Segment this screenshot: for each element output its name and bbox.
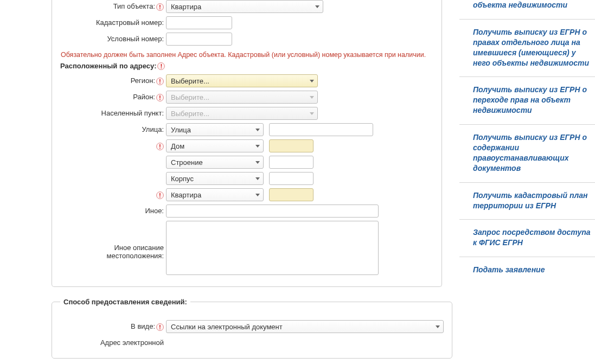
house-required: [60, 139, 166, 150]
district-label: Район:: [60, 91, 166, 101]
required-icon: [156, 94, 164, 101]
sidebar: объекта недвижимости Получить выписку из…: [459, 0, 595, 364]
house-type-select[interactable]: Дом: [166, 139, 264, 152]
required-icon: [156, 191, 164, 199]
korpus-number-input[interactable]: [269, 172, 314, 185]
sidebar-link-1[interactable]: Получить выписку из ЕГРН о правах отдель…: [459, 19, 595, 77]
flat-type-select[interactable]: Квартира: [166, 188, 264, 201]
required-icon: [156, 3, 164, 11]
cad-number-input[interactable]: [166, 16, 232, 29]
flat-number-input[interactable]: [269, 188, 314, 201]
format-label: В виде:: [60, 320, 166, 331]
sidebar-link-3[interactable]: Получить выписку из ЕГРН о содержании пр…: [459, 124, 595, 182]
street-type-select[interactable]: Улица: [166, 123, 264, 136]
chevron-down-icon: [255, 129, 260, 131]
other-desc-textarea[interactable]: [166, 221, 379, 275]
flat-required: [60, 188, 166, 199]
object-type-label: Тип объекта:: [60, 0, 166, 11]
building-type-select[interactable]: Строение: [166, 156, 264, 169]
region-label: Регион:: [60, 74, 166, 85]
delivery-legend: Способ предоставления сведений:: [60, 298, 190, 306]
address-section-label: Расположенный по адресу:: [60, 62, 433, 70]
sidebar-link-6[interactable]: Подать заявление: [459, 257, 595, 284]
delivery-fieldset: Способ предоставления сведений: В виде: …: [52, 298, 452, 359]
required-icon: [156, 78, 164, 85]
other-input[interactable]: [166, 205, 379, 218]
required-icon: [156, 323, 164, 331]
sidebar-link-5[interactable]: Запрос посредством доступа к ФГИС ЕГРН: [459, 219, 595, 257]
required-icon: [157, 62, 165, 70]
email-label: Адрес электронной: [60, 336, 166, 347]
main-form: Тип объекта: Квартира Кадастровый номер:…: [0, 0, 456, 364]
cond-number-input[interactable]: [166, 33, 232, 46]
other-desc-label: Иное описание местоположения:: [60, 221, 166, 260]
chevron-down-icon: [255, 177, 260, 180]
chevron-down-icon: [436, 325, 440, 328]
chevron-down-icon: [310, 80, 314, 82]
required-icon: [156, 143, 164, 150]
object-fieldset: Тип объекта: Квартира Кадастровый номер:…: [52, 0, 442, 287]
cad-number-label: Кадастровый номер:: [60, 16, 166, 27]
chevron-down-icon: [255, 145, 260, 148]
address-warning: Обязательно должен быть заполнен Адрес о…: [61, 51, 433, 59]
street-name-input[interactable]: [269, 123, 373, 136]
sidebar-link-2[interactable]: Получить выписку из ЕГРН о переходе прав…: [459, 76, 595, 124]
house-number-input[interactable]: [269, 139, 314, 152]
chevron-down-icon: [255, 194, 260, 196]
sidebar-link-0[interactable]: объекта недвижимости: [459, 0, 595, 19]
chevron-down-icon: [255, 161, 260, 164]
other-label: Иное:: [60, 205, 166, 215]
korpus-type-select[interactable]: Корпус: [166, 172, 264, 185]
district-select[interactable]: Выберите...: [166, 91, 318, 104]
building-number-input[interactable]: [269, 156, 314, 169]
locality-label: Населенный пункт:: [60, 107, 166, 117]
street-label: Улица:: [60, 123, 166, 133]
sidebar-link-4[interactable]: Получить кадастровый план территории из …: [459, 182, 595, 220]
chevron-down-icon: [315, 5, 319, 8]
chevron-down-icon: [310, 96, 314, 99]
object-type-select[interactable]: Квартира: [166, 0, 323, 13]
format-select[interactable]: Ссылки на электронный документ: [166, 320, 444, 333]
locality-select[interactable]: Выберите...: [166, 107, 318, 120]
region-select[interactable]: Выберите...: [166, 74, 318, 87]
chevron-down-icon: [310, 112, 314, 115]
cond-number-label: Условный номер:: [60, 33, 166, 43]
